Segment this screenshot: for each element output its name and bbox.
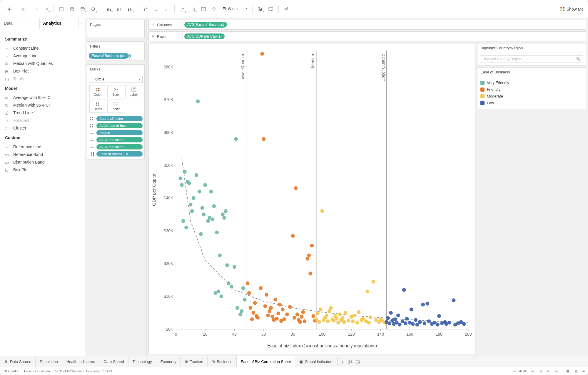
- nav-first-icon[interactable]: ⏮: [531, 369, 534, 373]
- svg-point-129: [266, 313, 270, 317]
- marks-pill-row[interactable]: AVG(Population ..: [89, 137, 143, 143]
- new-worksheet-tab-icon[interactable]: +: [340, 360, 345, 364]
- columns-pill[interactable]: AVG(Ease of Business): [184, 22, 227, 28]
- sort-asc-icon[interactable]: [151, 4, 161, 14]
- marks-pill-row[interactable]: Country/Region: [89, 116, 143, 122]
- analytics-item[interactable]: ▭Reference Band: [5, 151, 80, 158]
- marks-pill[interactable]: AVG(Population ..: [96, 137, 143, 142]
- analytics-item[interactable]: ∴Cluster: [5, 124, 80, 132]
- tableau-logo-icon[interactable]: [4, 4, 14, 14]
- analytics-item[interactable]: ⧉Average with 95% CI: [5, 94, 80, 101]
- legend-item[interactable]: Friendly: [480, 86, 583, 93]
- new-worksheet-icon[interactable]: [57, 4, 66, 14]
- marks-size[interactable]: Size: [107, 85, 124, 98]
- swap-icon[interactable]: [141, 4, 150, 14]
- tab-data[interactable]: Data: [0, 18, 40, 29]
- fit-mode-select[interactable]: Fit Width: [220, 5, 249, 13]
- label-toggle-icon[interactable]: T: [199, 4, 208, 14]
- sheet-tab[interactable]: Health Indicators: [62, 356, 100, 367]
- analytics-item[interactable]: ⫨Average Line: [5, 52, 80, 60]
- marks-pill[interactable]: AVG(Ease of Busi..: [96, 123, 143, 128]
- legend-item[interactable]: Very Friendly: [480, 79, 583, 86]
- rows-label: Rows: [157, 34, 182, 39]
- sheet-tab[interactable]: Population: [36, 356, 62, 367]
- marks-pill-row[interactable]: AVG(Ease of Busi..: [89, 123, 143, 129]
- analytics-item[interactable]: ∠Trend Line: [5, 109, 80, 117]
- analytics-item[interactable]: ▭Distribution Band: [5, 158, 80, 166]
- new-story-tab-icon[interactable]: +: [355, 360, 360, 364]
- analytics-item[interactable]: ⫨Reference Line: [5, 143, 80, 151]
- nav-last-icon[interactable]: ⏭: [555, 369, 558, 373]
- data-source-tab[interactable]: 🗐 Data Source: [0, 356, 36, 367]
- analytics-item[interactable]: ⊟Box Plot: [5, 67, 80, 75]
- highlight-input[interactable]: Highlight Country/Region 🔍: [480, 55, 583, 63]
- new-dashboard-tab-icon[interactable]: +: [348, 360, 353, 364]
- analytics-item[interactable]: ⧉Median with 95% CI: [5, 101, 80, 109]
- nav-next-icon[interactable]: ▶: [547, 369, 549, 373]
- columns-shelf[interactable]: ⦀ Columns AVG(Ease of Business): [148, 20, 586, 30]
- chart-view[interactable]: Lower QuartileMedianUpper Quartile$0K$10…: [148, 43, 475, 354]
- refresh-icon[interactable]: ▾: [88, 4, 98, 14]
- sheet-tab-label: Economy: [160, 359, 176, 364]
- mark-type-select[interactable]: Circle: [89, 76, 143, 83]
- save-icon[interactable]: ▾: [41, 4, 51, 14]
- search-icon: 🔍: [576, 57, 581, 61]
- sheet-tab[interactable]: Economy: [156, 356, 181, 367]
- legend-item[interactable]: Low: [480, 100, 583, 106]
- marks-color[interactable]: Color: [89, 85, 106, 98]
- undo-icon[interactable]: [20, 4, 29, 14]
- pause-data-icon[interactable]: ▾: [78, 4, 87, 14]
- share-icon[interactable]: [282, 4, 291, 14]
- new-sheet-icon[interactable]: ▾: [104, 4, 113, 14]
- rows-shelf[interactable]: ≡ Rows AVG(GDP per Capita): [148, 31, 586, 41]
- pin-icon[interactable]: [209, 4, 219, 14]
- presentation-icon[interactable]: [266, 4, 275, 14]
- analytics-item[interactable]: ⧉Median with Quartiles: [5, 60, 80, 67]
- legend-item[interactable]: Moderate: [480, 93, 583, 100]
- rows-pill[interactable]: AVG(GDP per Capita): [184, 33, 225, 39]
- show-me-button[interactable]: Show Me: [560, 7, 584, 11]
- svg-rect-54: [90, 117, 91, 118]
- svg-point-149: [300, 315, 304, 319]
- marks-pill[interactable]: Region: [96, 130, 143, 135]
- collapse-sidebar-icon[interactable]: ‹: [79, 18, 85, 29]
- marks-tooltip[interactable]: Tooltip: [107, 100, 124, 113]
- marks-pill-row[interactable]: Ease of Busine.. ≡: [89, 151, 143, 157]
- filters-shelf[interactable]: Filters Ease of Business (cl.. ▾: [87, 41, 145, 61]
- attach-icon[interactable]: ▾: [188, 4, 198, 14]
- marks-label[interactable]: TLabel: [125, 85, 142, 98]
- analytics-item[interactable]: ⫨Constant Line: [5, 44, 80, 52]
- svg-point-33: [287, 7, 288, 9]
- list-view-icon[interactable]: ▤: [574, 369, 577, 373]
- sheet-tab[interactable]: Technology: [128, 356, 156, 367]
- grid-view-icon[interactable]: ▦: [566, 369, 569, 373]
- new-data-icon[interactable]: +: [67, 4, 77, 14]
- nav-prev-icon[interactable]: ◀: [539, 369, 542, 373]
- svg-rect-6: [60, 7, 63, 11]
- filter-pill[interactable]: Ease of Business (cl..: [89, 53, 128, 59]
- sheet-tab[interactable]: ⊞Tourism: [181, 356, 208, 367]
- sheet-tab[interactable]: Care Spend: [99, 356, 128, 367]
- duplicate-sheet-icon[interactable]: [115, 4, 124, 14]
- sheet-tab[interactable]: ⊞Business: [208, 356, 237, 367]
- custom-heading: Custom: [5, 135, 80, 140]
- marks-pill[interactable]: Ease of Busine.. ≡: [96, 151, 143, 157]
- sheet-tab[interactable]: ▣Global Indicators: [295, 356, 338, 367]
- sheet-tab[interactable]: Ease of Biz Correlation Sheet: [237, 356, 295, 367]
- sort-desc-icon[interactable]: [162, 4, 171, 14]
- highlight-pen-icon[interactable]: ▾: [178, 4, 187, 14]
- marks-pill[interactable]: AVG(Population ..: [96, 144, 143, 149]
- show-cards-icon[interactable]: ▾: [255, 4, 265, 14]
- analytics-item[interactable]: ⊟Box Plot: [5, 166, 80, 174]
- svg-rect-15: [120, 9, 120, 11]
- status-marks: 183 marks: [3, 369, 18, 373]
- tab-analytics[interactable]: Analytics: [40, 18, 79, 29]
- marks-pill[interactable]: Country/Region: [96, 116, 143, 121]
- marks-pill-row[interactable]: Region: [89, 130, 143, 136]
- clear-sheet-icon[interactable]: ×▾: [125, 4, 135, 14]
- marks-pill-row[interactable]: AVG(Population ..: [89, 144, 143, 150]
- marks-detail[interactable]: Detail: [89, 100, 106, 113]
- film-view-icon[interactable]: ■: [583, 369, 585, 373]
- redo-icon[interactable]: [31, 4, 40, 14]
- pages-shelf[interactable]: Pages: [87, 20, 145, 38]
